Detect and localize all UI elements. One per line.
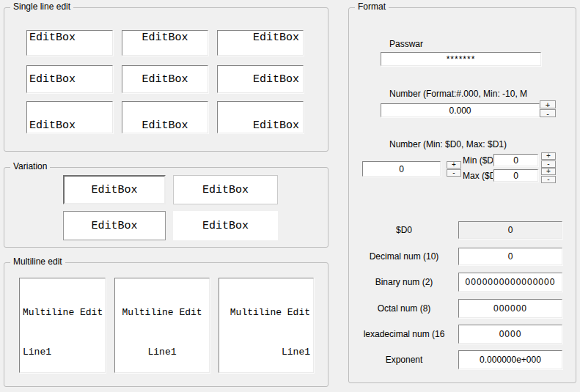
password-input[interactable]: ******* [381, 52, 541, 66]
number-minmax-input[interactable]: 0 [362, 161, 441, 177]
editbox-right-middle[interactable]: EditBox [217, 65, 304, 93]
decimal-input[interactable]: 0 [458, 248, 562, 265]
decimal-label: Decimal num (10) [355, 248, 453, 265]
editbox-text: EditBox [253, 32, 299, 44]
octal-label: Octal num (8) [355, 299, 453, 318]
editbox-text: EditBox [91, 184, 137, 196]
editbox-text: EditBox [253, 73, 299, 86]
number-format-label: Number (Format:#.000, Min: -10, M [389, 89, 537, 100]
number-format-value: 0.000 [449, 106, 471, 116]
group-variation-title: Variation [10, 161, 50, 172]
multiline-line: Multiline Edit [23, 306, 102, 319]
editbox-text: EditBox [202, 184, 249, 196]
number-minmax-spin-up-button[interactable]: + [447, 161, 461, 169]
number-minmax-label: Number (Min: $D0, Max: $D1) [389, 139, 507, 150]
password-label: Passwar [389, 39, 423, 50]
editbox-left-middle[interactable]: EditBox [26, 65, 113, 93]
binary-label: Binary num (2) [355, 273, 453, 292]
decimal-value: 0 [508, 251, 513, 262]
group-format-title: Format [355, 1, 389, 12]
group-single-line-edit: Single line edit EditBox EditBox EditBox… [4, 7, 328, 152]
hexadecimal-input[interactable]: 0000 [458, 325, 562, 344]
max-input[interactable]: 0 [493, 169, 538, 182]
number-minmax-spin-down-button[interactable]: - [447, 169, 461, 177]
exponent-value: 0.000000e+000 [480, 355, 541, 365]
editbox-center-top[interactable]: EditBox [122, 30, 208, 56]
multiline-line: Line1 [118, 346, 206, 359]
editbox-border-sunken[interactable]: EditBox [63, 175, 166, 204]
editbox-center-middle[interactable]: EditBox [122, 65, 208, 93]
editbox-text: EditBox [142, 32, 188, 44]
hexadecimal-value: 0000 [499, 329, 522, 339]
min-input[interactable]: 0 [493, 154, 538, 166]
max-spin-down-button[interactable]: - [541, 176, 556, 183]
min-value: 0 [513, 155, 518, 166]
editbox-text: EditBox [29, 119, 76, 132]
editbox-border-light[interactable]: EditBox [173, 175, 278, 204]
group-variation: Variation EditBox EditBox EditBox EditBo… [4, 167, 328, 248]
multiline-edit-right[interactable]: Multiline Edit Line1 Line2 [219, 278, 314, 373]
edit-controls-demo-window: Single line edit EditBox EditBox EditBox… [0, 0, 580, 392]
editbox-center-bottom[interactable]: EditBox [122, 101, 208, 133]
editbox-text: EditBox [253, 119, 299, 132]
hexadecimal-label: lexadecimal num (16 [355, 325, 453, 344]
editbox-text: EditBox [29, 32, 76, 44]
octal-value: 000000 [493, 303, 527, 314]
d0-label: $D0 [355, 221, 453, 239]
group-multiline-edit: Multiline edit Multiline Edit Line1 Line… [4, 262, 328, 387]
multiline-line: Line1 [23, 346, 102, 359]
editbox-text: EditBox [202, 220, 249, 232]
editbox-right-top[interactable]: EditBox [217, 30, 304, 56]
multiline-line: Multiline Edit [118, 306, 206, 319]
editbox-text: EditBox [29, 73, 76, 86]
editbox-left-bottom[interactable]: EditBox [26, 101, 113, 133]
exponent-label: Exponent [355, 350, 453, 369]
number-format-input[interactable]: 0.000 [381, 103, 540, 117]
number-format-spin-down-button[interactable]: - [540, 109, 556, 117]
editbox-text: EditBox [142, 73, 188, 86]
number-format-spin-up-button[interactable]: + [540, 100, 556, 108]
binary-value: 0000000000000000 [466, 277, 556, 287]
editbox-border-flat[interactable]: EditBox [63, 211, 166, 240]
multiline-line: Line1 [222, 346, 310, 359]
d0-value: 0 [508, 225, 513, 235]
group-multiline-edit-title: Multiline edit [10, 256, 65, 267]
group-format: Format Passwar ******* Number (Format:#.… [348, 7, 576, 383]
editbox-right-bottom[interactable]: EditBox [217, 101, 304, 133]
multiline-edit-center[interactable]: Multiline Edit Line1 Line2 [114, 278, 210, 373]
min-spin-up-button[interactable]: + [541, 152, 556, 160]
min-label: Min ($D0 [463, 155, 493, 166]
max-spin-up-button[interactable]: + [541, 168, 556, 175]
octal-input[interactable]: 000000 [458, 299, 562, 318]
group-single-line-edit-title: Single line edit [10, 1, 73, 12]
max-value: 0 [513, 171, 518, 181]
binary-input[interactable]: 0000000000000000 [458, 273, 562, 292]
exponent-input[interactable]: 0.000000e+000 [458, 350, 562, 369]
number-minmax-value: 0 [399, 164, 404, 174]
d0-readonly-field: 0 [458, 221, 562, 239]
editbox-text: EditBox [91, 220, 137, 232]
editbox-border-none[interactable]: EditBox [173, 211, 278, 240]
editbox-left-top[interactable]: EditBox [26, 30, 113, 56]
max-label: Max ($D [463, 171, 493, 182]
password-value: ******* [447, 54, 476, 64]
multiline-edit-left[interactable]: Multiline Edit Line1 Line2 [19, 278, 106, 373]
multiline-line: Multiline Edit [222, 306, 310, 319]
editbox-text: EditBox [142, 119, 188, 132]
